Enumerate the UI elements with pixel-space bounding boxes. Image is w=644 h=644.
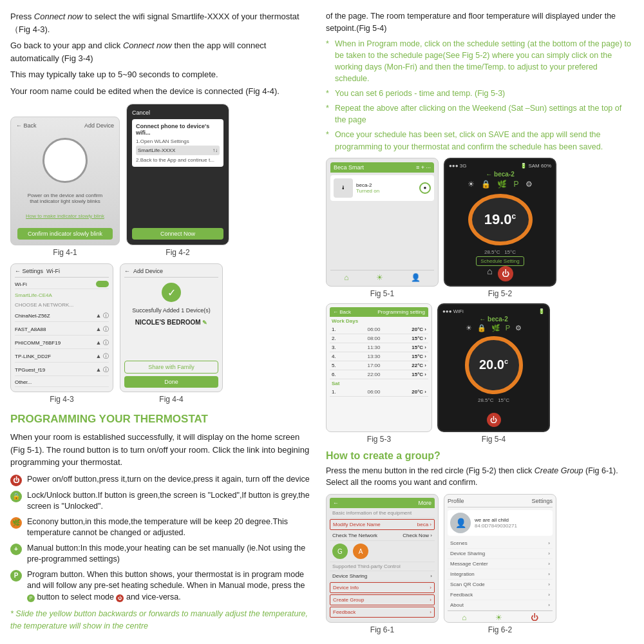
fig62-scenes[interactable]: Scenes › — [448, 538, 553, 549]
fig62-profile: 👤 we are all child 84:0D7849030271 — [448, 510, 553, 536]
fig51-device-name: beca-2 — [356, 182, 379, 188]
fig62-message-label: Message Center — [450, 561, 488, 567]
programming-heading: PROGRAMMING YOUR THERMOSTAT — [10, 413, 313, 426]
fig43-back: ← Settings — [15, 268, 43, 274]
fig43-container: ← Settings Wi-Fi Wi-Fi SmartLife-CE4A CH… — [10, 263, 113, 404]
fig61-check-now: Check Now › — [402, 533, 432, 538]
fig61-container: ← More Basic information of the equipmen… — [326, 494, 439, 634]
fig62-qr-label: Scan QR Code — [450, 582, 485, 587]
fig51-topbar: Beca Smart ≡ + ··· — [330, 162, 434, 173]
fig5-row1: Beca Smart ≡ + ··· 🌡 beca-2 Turned on ● … — [326, 158, 634, 298]
fig44-done-btn: Done — [124, 376, 218, 388]
fig62-message-center[interactable]: Message Center › — [448, 559, 553, 569]
fig41-desc: Power on the device and confirmthat indi… — [28, 193, 103, 204]
fig61-icon-row: G A — [330, 541, 435, 562]
fig53-workdays: Work Days — [330, 317, 428, 325]
fig41-title: Add Device — [84, 122, 114, 129]
fig61-check-network[interactable]: Check The Network Check Now › — [330, 531, 435, 541]
fig43-wifi-toggle: Wi-Fi — [15, 279, 109, 289]
fig62-about[interactable]: About › — [448, 600, 553, 611]
fig51-device-status: Turned on — [356, 188, 379, 194]
group-heading: How to create a group? — [326, 450, 634, 462]
fig53-container: ← Back Programming setting Work Days 1. … — [326, 303, 432, 444]
fig44-topbar: ← Add Device — [124, 268, 218, 278]
fig43-topbar: ← Settings Wi-Fi — [15, 268, 109, 278]
fig52-icon2: 🔒 — [481, 180, 491, 189]
fig52-home-btn: ⌂ — [487, 266, 492, 281]
lock-icon: 🔒 — [10, 491, 22, 502]
fig62-profile-info: we are all child 84:0D7849030271 — [475, 517, 517, 529]
fig62-device-sharing[interactable]: Device Sharing › — [448, 549, 553, 559]
wifi-name-5: TPGuest_f19 — [15, 367, 45, 373]
fig61-create-group-label: Create Group — [333, 597, 364, 603]
fig51-toggle: ● — [419, 182, 431, 194]
fig61-modify-name[interactable]: Modify Device Name beca › — [330, 519, 435, 530]
fig62-feedback-label: Feedback — [450, 592, 473, 598]
fig52-label: Fig 5-2 — [488, 289, 512, 298]
fig53-period1: 1. — [332, 327, 336, 332]
fig44-image: ← Add Device ✓ Succesfully Added 1 Devic… — [120, 263, 223, 392]
fig52-icon4: P — [513, 180, 518, 189]
feature-lock: 🔒 Lock/Unlock button.If button is green,… — [10, 490, 313, 513]
fig62-about-label: About — [450, 602, 464, 608]
fig61-device-info[interactable]: Device Info › — [330, 582, 435, 593]
fig52-thermostat: 19.0c — [468, 194, 533, 245]
fig62-nav-power: ⏻ — [531, 613, 538, 622]
manual-icon: + — [10, 544, 22, 555]
create-group-ref: Create Group — [535, 466, 583, 475]
fig53-row1: 1. 06:00 20°C › — [330, 325, 428, 334]
fig54-power-btn[interactable]: ⏻ — [487, 413, 501, 427]
fig41-topbar: ← Back Add Device — [16, 122, 114, 129]
fig52-brand: ← beca-2 — [486, 171, 514, 178]
fig61-feedback[interactable]: Feedback › — [330, 607, 435, 618]
fig41-back: ← Back — [16, 122, 37, 129]
fig62-integration-arrow: › — [548, 571, 550, 577]
fig61-create-group[interactable]: Create Group › — [330, 594, 435, 605]
fig53-period5: 5. — [332, 363, 336, 368]
fig53-sat-temp1: 20°C › — [412, 389, 426, 395]
fig52-power-btn[interactable]: ⏻ — [498, 266, 513, 281]
wifi-item-2: FAST_A8A88 ▲ ⓘ — [15, 324, 109, 336]
fig53-temp1: 20°C › — [412, 327, 426, 332]
fig61-device-sharing[interactable]: Device Sharing › — [330, 571, 435, 582]
fig62-profile-tab: Profile — [448, 498, 464, 504]
left-column: Press Connect now to select the wifi sig… — [10, 10, 313, 639]
fig62-feedback[interactable]: Feedback › — [448, 590, 553, 600]
fig53-sat: Sat — [330, 379, 428, 388]
fig62-integration[interactable]: Integration › — [448, 569, 553, 580]
connect-now-ref1: Connect now — [34, 12, 83, 21]
fig62-qr-code[interactable]: Scan QR Code › — [448, 580, 553, 590]
fig61-topbar: ← More — [330, 498, 435, 508]
fig53-temp3: 15°C › — [412, 345, 426, 350]
wifi-icon-1: ▲ ⓘ — [96, 312, 109, 320]
fig4-row2: ← Settings Wi-Fi Wi-Fi SmartLife-CE4A CH… — [10, 263, 313, 404]
fig5-row2: ← Back Programming setting Work Days 1. … — [326, 303, 634, 444]
fig51-nav: ⌂ ☀ 👤 — [330, 270, 434, 282]
wifi-name-2: FAST_A8A88 — [15, 327, 46, 332]
fig44-success-icon: ✓ — [162, 283, 181, 302]
fig52-container: ●●● 3G 🔋 SAM 60% ← beca-2 ☀ 🔒 🌿 P ⚙ 19.0… — [444, 158, 556, 298]
fig62-profile-name: we are all child — [475, 517, 517, 523]
fig61-image: ← More Basic information of the equipmen… — [326, 494, 439, 623]
fig62-about-arrow: › — [548, 602, 550, 608]
fig41-confirm-btn: Confirm indicator slowly blink — [17, 228, 113, 240]
fig54-brand: ← beca-2 — [479, 316, 507, 323]
fig52-icon1: ☀ — [468, 180, 475, 189]
programming-intro: When your room is established successful… — [10, 431, 313, 469]
fig44-title: Add Device — [133, 268, 163, 274]
fig51-device-card: 🌡 beca-2 Turned on ● — [330, 175, 434, 201]
wifi-item-4: TP-LINK_DD2F ▲ ⓘ — [15, 351, 109, 363]
fig44-success-text: Succesfully Added 1 Device(s) — [124, 307, 218, 314]
fig62-container: Profile Settings 👤 we are all child 84:0… — [444, 494, 556, 634]
feature-power: ⏻ Power on/off button,press it,turn on t… — [10, 474, 313, 486]
fig62-scenes-arrow: › — [548, 540, 550, 546]
fig43-wifi-label: Wi-Fi — [15, 281, 27, 287]
fig53-sat-row1: 1. 06:00 20°C › — [330, 388, 428, 397]
economy-icon: 🌿 — [10, 517, 22, 529]
fig53-period2: 2. — [332, 336, 336, 341]
asterisk-item-2: You can set 6 periods - time and temp. (… — [326, 88, 634, 99]
fig54-image: ●●● WiFi 🔋 ← beca-2 ☀ 🔒 🌿 P ⚙ 20.0c 28 — [437, 303, 550, 432]
fig42-label: Fig 4-2 — [166, 248, 189, 257]
wifi-name-3: PHICOMM_76BF19 — [15, 340, 61, 346]
fig52-schedule-btn[interactable]: Schedule Setting — [476, 256, 524, 266]
